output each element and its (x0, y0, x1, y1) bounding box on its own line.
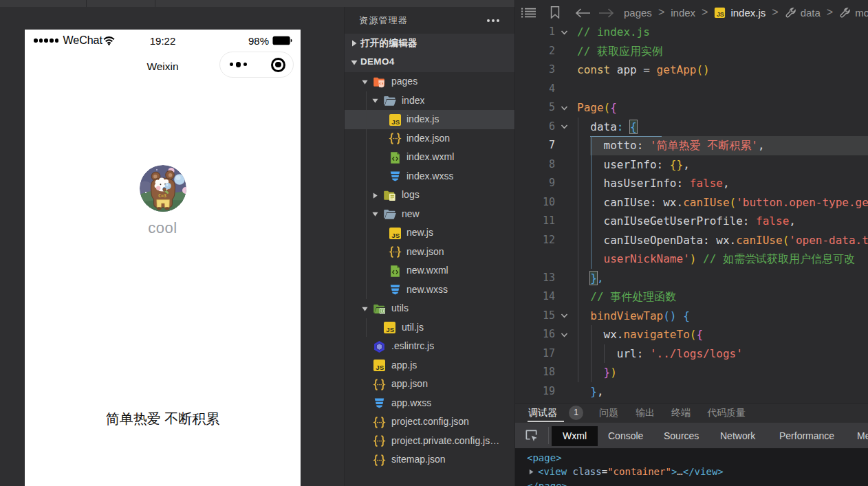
expand-arrow-icon[interactable] (528, 469, 534, 475)
tab-problems[interactable]: 问题 (599, 407, 618, 419)
breadcrumb-folder[interactable]: pages (624, 7, 652, 19)
tab-terminal[interactable]: 终端 (671, 407, 691, 419)
tree-item-label: new.wxml (406, 265, 448, 276)
wxml-icon (389, 151, 402, 164)
exit-target-icon[interactable] (271, 58, 285, 72)
forward-arrow-icon[interactable] (598, 8, 614, 18)
devtools-tab-sources[interactable]: Sources (664, 426, 699, 446)
devtools-tab-memory[interactable]: Memory (857, 426, 868, 446)
tree-item-app.js[interactable]: app.js (345, 356, 514, 375)
tree-item-project.private.config.js…[interactable]: project.private.config.js… (345, 432, 514, 451)
fold-chevron-icon[interactable] (561, 331, 568, 339)
debugger-tab-bar: 调试器 1 问题 输出 终端 代码质量 (514, 403, 868, 423)
token-fn: canIUse (683, 196, 729, 209)
code-text: bindViewTap() { (577, 307, 690, 326)
token-cm: // index.js (577, 25, 650, 38)
token-b3: { (630, 120, 637, 133)
avatar-bear-illustration: C=3 (140, 165, 186, 212)
token-b1: ( (783, 234, 790, 247)
token-pl: : (637, 139, 650, 152)
user-avatar[interactable]: C=3 (140, 165, 186, 212)
token-st: 'open-data.t (789, 234, 868, 247)
chevron-down-icon[interactable] (371, 210, 379, 218)
section-label: DEMO4 (360, 56, 395, 67)
tree-item-new[interactable]: new (345, 205, 514, 224)
breadcrumb-folder[interactable]: index (671, 7, 695, 19)
tree-item-index.json[interactable]: index.json (345, 129, 514, 148)
explorer-more-icon[interactable] (486, 16, 501, 25)
json-icon (373, 416, 386, 429)
code-editor[interactable]: 1// index.js2// 获取应用实例3const app = getAp… (514, 23, 868, 403)
token-pl: : (703, 234, 716, 247)
debugger-badge: 1 (569, 406, 583, 420)
code-text: canIUse: wx.canIUse('button.open-type.ge (577, 193, 868, 212)
wxml-dom-tree[interactable]: <page><view class="container">…</view></… (514, 448, 868, 486)
fold-chevron-icon[interactable] (561, 312, 568, 320)
chevron-down-icon[interactable] (361, 305, 369, 313)
chevron-right-icon[interactable] (371, 192, 379, 199)
code-line-7: 7 motto: '简单热爱 不断积累', (514, 136, 868, 155)
tree-item-index.wxml[interactable]: index.wxml (345, 148, 514, 167)
devtools-tab-wxml[interactable]: Wxml (552, 426, 598, 446)
js-icon (389, 113, 402, 126)
inspect-element-icon[interactable] (524, 428, 539, 443)
token-pl: data (577, 120, 617, 133)
chevron-down-icon[interactable] (361, 78, 369, 86)
tree-item-new.js[interactable]: new.js (345, 223, 514, 243)
tree-item-label: new.json (406, 246, 444, 257)
tab-debugger[interactable]: 调试器 (528, 407, 557, 419)
tree-item-new.wxss[interactable]: new.wxss (345, 280, 514, 300)
tree-item-logs[interactable]: logs (345, 186, 514, 205)
tree-item-index.js[interactable]: index.js (345, 110, 514, 129)
toolbar-strip (0, 0, 514, 7)
dom-node-row[interactable]: <page> (514, 451, 868, 465)
token-st: '../logs/logs' (650, 347, 743, 360)
tree-item-index.wxss[interactable]: index.wxss (345, 167, 514, 186)
devtools-tab-performance[interactable]: Performance (779, 426, 834, 446)
js-icon (373, 359, 386, 372)
code-line-4: 4 (514, 80, 868, 99)
breadcrumb-file[interactable]: index.js (730, 7, 766, 19)
devtools-tab-console[interactable]: Console (608, 426, 643, 446)
code-text: }, (577, 269, 604, 288)
tree-item-new.wxml[interactable]: new.wxml (345, 261, 514, 280)
dom-token-attr: class (567, 466, 602, 477)
token-fn: Page (577, 101, 604, 114)
tree-item-util.js[interactable]: util.js (345, 318, 514, 338)
tab-output[interactable]: 输出 (636, 407, 655, 419)
section-project-root[interactable]: DEMO4 (345, 53, 514, 72)
tree-item-app.json[interactable]: app.json (345, 375, 514, 394)
dom-node-row[interactable]: <view class="container">…</view> (514, 465, 868, 479)
tree-item-.eslintrc.js[interactable]: .eslintrc.js (345, 337, 514, 356)
more-icon[interactable] (230, 52, 247, 78)
code-line-15: 15 bindViewTap() { (514, 307, 868, 326)
breadcrumb-symbol[interactable]: data (801, 7, 821, 19)
code-line-5: 5Page({ (514, 98, 868, 118)
tab-code-quality[interactable]: 代码质量 (707, 407, 746, 419)
user-nickname[interactable]: cool (25, 219, 301, 237)
breadcrumb-symbol[interactable]: motto (855, 7, 868, 19)
menu-list-icon[interactable] (521, 8, 536, 18)
capsule-button[interactable] (219, 52, 294, 78)
tree-item-pages[interactable]: pages (345, 72, 514, 91)
phone-status-bar: WeChat 19:22 98% (25, 34, 301, 47)
panel-divider (514, 0, 515, 486)
bookmark-icon[interactable] (550, 6, 560, 19)
tree-item-app.wxss[interactable]: app.wxss (345, 394, 514, 413)
dom-node-row[interactable]: </page> (514, 479, 868, 486)
chevron-down-icon[interactable] (371, 97, 379, 104)
tree-item-project.config.json[interactable]: project.config.json (345, 412, 514, 432)
tree-item-utils[interactable]: utils (345, 299, 514, 318)
back-arrow-icon[interactable] (575, 8, 591, 18)
tree-item-index[interactable]: index (345, 91, 514, 111)
fold-chevron-icon[interactable] (561, 123, 568, 131)
tree-item-sitemap.json[interactable]: sitemap.json (345, 450, 514, 470)
folder-open-icon (383, 208, 396, 221)
indent-guide (604, 344, 605, 364)
dom-token-txt: … (677, 466, 682, 477)
fold-chevron-icon[interactable] (561, 29, 568, 36)
section-open-editors[interactable]: 打开的编辑器 (345, 34, 514, 53)
fold-chevron-icon[interactable] (561, 104, 568, 112)
devtools-tab-network[interactable]: Network (720, 426, 755, 446)
tree-item-new.json[interactable]: new.json (345, 243, 514, 262)
